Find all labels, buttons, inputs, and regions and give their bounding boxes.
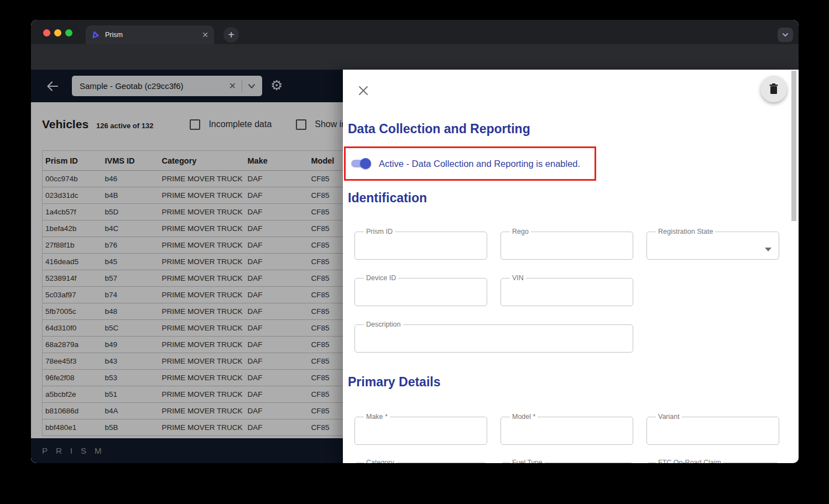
vin-field[interactable]: VIN <box>500 274 633 306</box>
variant-field[interactable]: Variant <box>646 413 779 445</box>
field-label: Registration State <box>656 228 715 235</box>
dcr-toggle-label: Active - Data Collection and Reporting i… <box>379 159 580 169</box>
device-id-field-input[interactable] <box>361 282 474 292</box>
make-field[interactable]: Make * <box>354 413 487 445</box>
window-close-button[interactable] <box>43 29 50 36</box>
tab-close-icon[interactable]: ✕ <box>202 31 208 39</box>
new-tab-button[interactable]: + <box>223 27 239 43</box>
make-field-input[interactable] <box>361 421 474 431</box>
identification-section-title: Identification <box>348 191 427 206</box>
description-field-input[interactable] <box>361 328 608 339</box>
field-label: Device ID <box>364 274 398 282</box>
vehicle-details-drawer: Data Collection and Reporting Active - D… <box>343 70 799 463</box>
field-label: Prism ID <box>364 228 395 235</box>
primary-details-section-title: Primary Details <box>348 375 440 390</box>
dropdown-arrow-icon[interactable] <box>765 248 771 251</box>
dcr-toggle[interactable] <box>350 158 371 170</box>
device-id-field[interactable]: Device ID <box>354 274 487 306</box>
tab-title: Prism <box>105 31 202 39</box>
variant-field-input[interactable] <box>653 421 766 431</box>
trash-icon <box>768 83 779 95</box>
field-label: Model * <box>510 413 538 421</box>
field-label: Variant <box>656 413 682 421</box>
description-field[interactable]: Description <box>354 321 633 353</box>
chevron-down-icon <box>781 31 789 39</box>
window-fullscreen-button[interactable] <box>65 29 72 36</box>
prism-id-field-input[interactable] <box>361 235 474 246</box>
ftc-on-road-claim-field[interactable]: FTC On-Road Claim <box>646 459 779 463</box>
browser-window: Prism ✕ + <box>31 20 799 463</box>
field-label: FTC On-Road Claim <box>656 459 723 463</box>
dcr-section-title: Data Collection and Reporting <box>348 122 530 136</box>
field-label: Fuel Type <box>510 459 545 463</box>
field-label: VIN <box>510 274 526 282</box>
identification-fields: Prism IDRegoRegistration StateDevice IDV… <box>354 228 779 353</box>
drawer-scrollbar[interactable] <box>791 71 796 221</box>
app-viewport: Sample - Geotab (c29cc3f6) ✕ ⚙ Vehicles … <box>31 70 799 463</box>
category-field[interactable]: Category <box>354 459 487 463</box>
field-label: Make * <box>364 413 390 421</box>
drawer-close-button[interactable] <box>357 85 369 97</box>
vin-field-input[interactable] <box>507 282 620 292</box>
field-label: Description <box>364 321 403 328</box>
browser-tab[interactable]: Prism ✕ <box>86 25 214 44</box>
prism-id-field[interactable]: Prism ID <box>354 228 487 260</box>
annotation-box: Active - Data Collection and Reporting i… <box>344 146 596 181</box>
fuel-type-field[interactable]: Fuel Type <box>500 459 633 463</box>
primary-details-fields: Make *Model *VariantCategoryFuel TypeFTC… <box>354 413 779 463</box>
window-minimize-button[interactable] <box>54 29 61 36</box>
browser-toolbar: web.prismapp.com.au/vehicles ☆ <box>31 44 799 70</box>
toggle-thumb <box>360 158 371 169</box>
rego-field-input[interactable] <box>507 235 620 246</box>
field-label: Category <box>364 459 397 463</box>
field-label: Rego <box>510 228 531 235</box>
model-field-input[interactable] <box>507 421 620 431</box>
registration-state-select-input[interactable] <box>653 235 766 246</box>
model-field[interactable]: Model * <box>500 413 633 445</box>
tab-strip: Prism ✕ + <box>31 20 799 44</box>
delete-vehicle-button[interactable] <box>760 76 787 102</box>
prism-favicon-icon <box>91 30 100 39</box>
rego-field[interactable]: Rego <box>500 228 633 260</box>
tab-search-chevron-button[interactable] <box>778 28 793 42</box>
registration-state-select[interactable]: Registration State <box>646 228 779 260</box>
